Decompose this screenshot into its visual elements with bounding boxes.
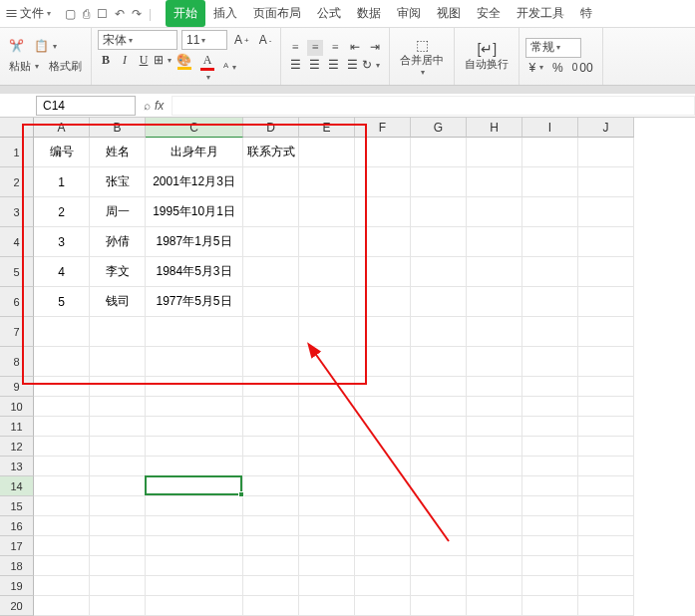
cell-I9[interactable] xyxy=(522,377,578,397)
cell-J5[interactable] xyxy=(578,257,634,287)
row-header-3[interactable]: 3 xyxy=(0,197,34,227)
name-box[interactable]: C14 xyxy=(36,96,136,116)
cell-D12[interactable] xyxy=(243,437,299,457)
row-header-18[interactable]: 18 xyxy=(0,556,34,576)
align-right-icon[interactable]: ☰ xyxy=(325,58,341,74)
copy-icon[interactable]: 📋 xyxy=(31,38,60,54)
fill-color-icon[interactable]: 🎨 xyxy=(174,52,194,83)
cell-C5[interactable]: 1984年5月3日 xyxy=(146,257,243,287)
cell-H10[interactable] xyxy=(467,397,522,417)
cell-B19[interactable] xyxy=(90,576,146,596)
cell-C2[interactable]: 2001年12月3日 xyxy=(146,167,243,197)
cell-E5[interactable] xyxy=(299,257,355,287)
cell-H18[interactable] xyxy=(467,556,522,576)
cell-A8[interactable] xyxy=(34,347,90,377)
cell-G20[interactable] xyxy=(411,596,467,616)
cell-B5[interactable]: 李文 xyxy=(90,257,146,287)
cell-F10[interactable] xyxy=(355,397,411,417)
cell-A7[interactable] xyxy=(34,317,90,347)
col-header-B[interactable]: B xyxy=(90,118,146,138)
cell-J3[interactable] xyxy=(578,197,634,227)
italic-icon[interactable]: I xyxy=(117,52,133,68)
row-header-19[interactable]: 19 xyxy=(0,576,34,596)
cell-H12[interactable] xyxy=(467,437,522,457)
file-menu[interactable]: 文件 ▾ xyxy=(6,5,51,22)
font-name-combo[interactable]: 宋体 xyxy=(98,30,177,50)
cell-D6[interactable] xyxy=(243,287,299,317)
cell-H9[interactable] xyxy=(467,377,522,397)
cell-D15[interactable] xyxy=(243,496,299,516)
cell-B10[interactable] xyxy=(90,397,146,417)
merge-center-button[interactable]: ⬚ 合并居中 xyxy=(396,35,448,79)
align-middle-icon[interactable]: ≡ xyxy=(307,40,323,56)
cell-G6[interactable] xyxy=(411,287,467,317)
cell-C19[interactable] xyxy=(146,576,243,596)
cell-E8[interactable] xyxy=(299,347,355,377)
cell-C1[interactable]: 出身年月 xyxy=(146,138,243,167)
cell-F19[interactable] xyxy=(355,576,411,596)
cell-D4[interactable] xyxy=(243,227,299,257)
cell-H7[interactable] xyxy=(467,317,522,347)
increase-font-icon[interactable]: A+ xyxy=(231,32,252,48)
cell-C18[interactable] xyxy=(146,556,243,576)
cell-F9[interactable] xyxy=(355,377,411,397)
cell-C13[interactable] xyxy=(146,457,243,476)
cell-B1[interactable]: 姓名 xyxy=(90,138,146,167)
row-header-13[interactable]: 13 xyxy=(0,457,34,476)
col-header-C[interactable]: C xyxy=(146,118,243,138)
row-header-10[interactable]: 10 xyxy=(0,397,34,417)
cell-J14[interactable] xyxy=(578,476,634,496)
cell-H11[interactable] xyxy=(467,417,522,437)
cell-F11[interactable] xyxy=(355,417,411,437)
cell-F16[interactable] xyxy=(355,516,411,536)
cell-C17[interactable] xyxy=(146,536,243,556)
cell-D11[interactable] xyxy=(243,417,299,437)
border-icon[interactable]: ⊞ xyxy=(155,52,171,68)
cell-C9[interactable] xyxy=(146,377,243,397)
cell-E14[interactable] xyxy=(299,476,355,496)
cell-A4[interactable]: 3 xyxy=(34,227,90,257)
cell-D10[interactable] xyxy=(243,397,299,417)
cell-D20[interactable] xyxy=(243,596,299,616)
cell-J1[interactable] xyxy=(578,138,634,167)
cell-B8[interactable] xyxy=(90,347,146,377)
tab-开始[interactable]: 开始 xyxy=(166,0,205,27)
row-header-20[interactable]: 20 xyxy=(0,596,34,616)
cell-F7[interactable] xyxy=(355,317,411,347)
cell-I5[interactable] xyxy=(522,257,578,287)
cell-A2[interactable]: 1 xyxy=(34,167,90,197)
cell-I7[interactable] xyxy=(522,317,578,347)
cell-G16[interactable] xyxy=(411,516,467,536)
cell-G13[interactable] xyxy=(411,457,467,476)
cell-A9[interactable] xyxy=(34,377,90,397)
font-size-combo[interactable]: 11 xyxy=(181,30,227,50)
cell-G12[interactable] xyxy=(411,437,467,457)
cell-E1[interactable] xyxy=(299,138,355,167)
col-header-D[interactable]: D xyxy=(243,118,299,138)
cell-G9[interactable] xyxy=(411,377,467,397)
cell-A17[interactable] xyxy=(34,536,90,556)
cell-E4[interactable] xyxy=(299,227,355,257)
cell-H5[interactable] xyxy=(467,257,522,287)
cell-I13[interactable] xyxy=(522,457,578,476)
cell-B13[interactable] xyxy=(90,457,146,476)
cell-H1[interactable] xyxy=(467,138,522,167)
row-header-15[interactable]: 15 xyxy=(0,496,34,516)
row-header-8[interactable]: 8 xyxy=(0,347,34,377)
cell-E19[interactable] xyxy=(299,576,355,596)
cell-H17[interactable] xyxy=(467,536,522,556)
align-center-icon[interactable]: ☰ xyxy=(306,58,322,74)
cell-I1[interactable] xyxy=(522,138,578,167)
cell-G14[interactable] xyxy=(411,476,467,496)
col-header-F[interactable]: F xyxy=(355,118,411,138)
col-header-J[interactable]: J xyxy=(578,118,634,138)
cell-A19[interactable] xyxy=(34,576,90,596)
comma-icon[interactable]: 000 xyxy=(569,60,596,76)
row-header-17[interactable]: 17 xyxy=(0,536,34,556)
cell-E13[interactable] xyxy=(299,457,355,476)
tab-页面布局[interactable]: 页面布局 xyxy=(245,0,309,27)
cell-H8[interactable] xyxy=(467,347,522,377)
tab-视图[interactable]: 视图 xyxy=(429,0,469,27)
fx-label[interactable]: fx xyxy=(155,99,164,113)
paste-button[interactable]: 粘贴 xyxy=(6,58,42,75)
